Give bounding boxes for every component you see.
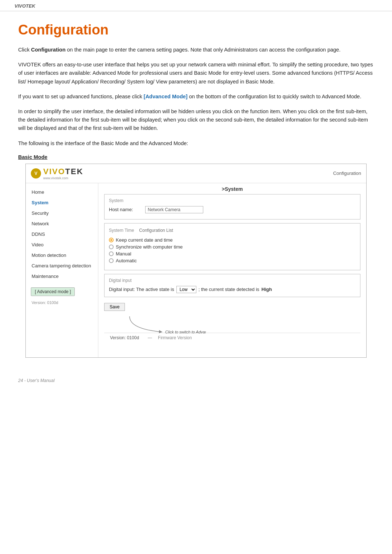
intro-paragraph-2: VIVOTEK offers an easy-to-use user inter…: [18, 61, 374, 86]
digital-input-title: Digital input: [109, 278, 356, 283]
ui-screenshot-box: V VIVOTEK www.vivotek.com Configuration …: [25, 164, 367, 358]
system-time-title: System Time: [109, 228, 134, 233]
digital-input-panel: Digital input Digital input: The active …: [104, 274, 360, 297]
radio-keep-current-icon: [109, 238, 114, 242]
sidebar-item-system[interactable]: System: [26, 197, 98, 208]
host-name-input[interactable]: [145, 206, 203, 213]
config-list-label: Configuration List: [138, 227, 173, 234]
sidebar-item-maintenance[interactable]: Maintenance: [26, 271, 98, 282]
svg-text:Click to switch to Advanced Mo: Click to switch to Advanced Mode: [165, 330, 206, 334]
system-time-panel: System Time Configuration List Keep curr…: [104, 223, 360, 270]
sidebar-version: Version: 0100d: [26, 298, 98, 307]
p3-post: on the bottom of the configuration list …: [188, 94, 362, 99]
firmware-version-value: Version: 0100d: [110, 335, 139, 340]
page-header: VIVOTEK: [0, 0, 392, 11]
radio-manual-icon: [109, 251, 114, 256]
host-name-label: Host name:: [109, 207, 145, 212]
svg-text:V: V: [34, 171, 37, 176]
sidebar-item-motion[interactable]: Motion detection: [26, 250, 98, 260]
page-title: Configuration: [18, 22, 374, 38]
annotation-arrow: Click to switch to Advanced Mode: [126, 315, 206, 335]
vivotek-logo: V VIVOTEK www.vivotek.com: [31, 167, 83, 180]
logo-icon: V: [31, 168, 41, 178]
digital-state-value: High: [261, 287, 272, 292]
footer-text: 24 - User's Manual: [18, 378, 54, 383]
digital-input-row: Digital input: The active state is Low H…: [109, 286, 356, 293]
radio-keep-current[interactable]: Keep current date and time: [109, 237, 356, 243]
firmware-label: Firmware Version: [158, 335, 192, 340]
p1-bold: Configuration: [31, 47, 65, 53]
radio-sync-computer-icon: [109, 245, 114, 249]
sidebar-item-ddns[interactable]: DDNS: [26, 229, 98, 239]
annotation-area: Click to switch to Advanced Mode: [104, 311, 360, 333]
radio-automatic-icon: [109, 258, 114, 263]
sidebar-item-video[interactable]: Video: [26, 239, 98, 250]
radio-sync-computer[interactable]: Synchronize with computer time: [109, 244, 356, 250]
ui-section-title: >System: [104, 183, 360, 194]
ui-header: V VIVOTEK www.vivotek.com Configuration: [26, 164, 366, 183]
page-footer: 24 - User's Manual: [0, 372, 392, 389]
p3-pre: If you want to set up advanced functions…: [18, 94, 144, 99]
radio-automatic[interactable]: Automatic: [109, 258, 356, 263]
host-name-row: Host name:: [109, 206, 356, 213]
time-options: Keep current date and time Synchronize w…: [109, 236, 356, 266]
intro-paragraph-3: If you want to set up advanced functions…: [18, 93, 374, 101]
sidebar-item-network[interactable]: Network: [26, 218, 98, 229]
radio-keep-current-label: Keep current date and time: [116, 237, 173, 243]
radio-sync-computer-label: Synchronize with computer time: [116, 244, 183, 250]
basic-mode-label: Basic Mode: [18, 154, 374, 160]
save-button[interactable]: Save: [104, 303, 125, 311]
sidebar-item-home[interactable]: Home: [26, 187, 98, 197]
main-content: Configuration Click Configuration on the…: [0, 11, 392, 372]
ui-sidebar: Home System Security Network DDNS Video …: [26, 183, 98, 357]
logo-text: VIVOTEK: [43, 167, 83, 176]
digital-input-text-after: ; the current state detected is: [199, 287, 260, 292]
p1-rest: on the main page to enter the camera set…: [66, 47, 341, 53]
sidebar-item-camera-tampering[interactable]: Camera tampering detection: [26, 260, 98, 271]
brand-name: VIVOTEK: [15, 3, 35, 9]
ui-layout: Home System Security Network DDNS Video …: [26, 183, 366, 357]
intro-paragraph-5: The following is the interface of the Ba…: [18, 139, 374, 148]
advanced-mode-button[interactable]: [ Advanced mode ]: [31, 287, 75, 296]
digital-input-text-before: Digital input: The active state is: [109, 287, 174, 292]
radio-manual[interactable]: Manual: [109, 251, 356, 257]
logo-text-block: VIVOTEK www.vivotek.com: [43, 167, 83, 180]
intro-paragraph-1: Click Configuration on the main page to …: [18, 46, 374, 54]
digital-input-select[interactable]: Low High: [176, 286, 196, 293]
ui-config-label: Configuration: [333, 171, 361, 176]
system-panel: System Host name:: [104, 194, 360, 219]
radio-automatic-label: Automatic: [116, 258, 137, 263]
sidebar-item-security[interactable]: Security: [26, 208, 98, 218]
system-panel-title: System: [109, 198, 356, 203]
logo-url: www.vivotek.com: [43, 176, 83, 180]
radio-manual-label: Manual: [116, 251, 131, 257]
ui-main-panel: >System System Host name: System Time Co…: [98, 183, 366, 357]
intro-paragraph-4: In order to simplify the user interface,…: [18, 107, 374, 133]
advanced-mode-link: [Advanced Mode]: [144, 94, 188, 99]
sidebar-advanced-area: [ Advanced mode ]: [31, 287, 93, 296]
p1-text: Click: [18, 47, 31, 53]
